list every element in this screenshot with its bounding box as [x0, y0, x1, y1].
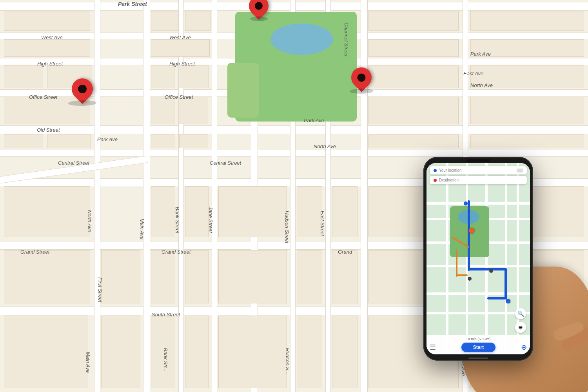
block-16: [179, 134, 208, 148]
block-46: [332, 250, 358, 303]
home-indicator: [468, 358, 488, 359]
route-segment-1: [468, 200, 470, 271]
phone-ui-top: Your location Destination: [426, 163, 530, 187]
location-icon: [517, 169, 523, 172]
block-42: [151, 250, 175, 303]
block-44: [218, 250, 287, 303]
label-grand-m: Grand Street: [162, 249, 191, 255]
park-inner1: [227, 63, 259, 118]
block-21: [368, 65, 459, 88]
destination-dot: [434, 179, 437, 182]
label-bank-btm: Bank Str...: [163, 348, 169, 372]
label-east-ave: East Ave: [463, 71, 483, 76]
label-hudson-v: Hudson Street: [284, 211, 290, 243]
block-11: [151, 65, 174, 88]
block-17: [368, 11, 459, 31]
block-7: [47, 134, 91, 148]
label-main-btm: Main Ave: [85, 352, 91, 373]
map-pin-3: [351, 67, 372, 94]
location-dot: [434, 169, 437, 172]
route-segment-2: [468, 268, 507, 270]
location-bar[interactable]: Your location: [430, 166, 527, 174]
label-channel-v: Channel Street: [343, 23, 349, 57]
label-old-street: Old Street: [37, 127, 60, 133]
block-12: [180, 65, 209, 88]
block-19: [368, 39, 459, 57]
block-3: [4, 65, 43, 88]
label-main-v: Main Ave: [139, 219, 145, 240]
label-east-v: East Street: [319, 211, 325, 236]
street-channel-v: [361, 0, 368, 392]
mini-pin-sm: [468, 277, 472, 281]
block-6: [4, 134, 43, 148]
block-35: [332, 186, 358, 237]
destination-bar[interactable]: Destination: [430, 176, 527, 184]
label-grand-r: Grand: [338, 249, 352, 255]
time-badge: 10 min (5.8 km): [430, 337, 527, 341]
block-41: [101, 250, 140, 303]
block-8: [151, 11, 178, 31]
label-west-ave-l: West Ave: [41, 34, 63, 40]
block-54: [218, 316, 287, 388]
block-31: [151, 186, 175, 237]
label-first-v: First Street: [97, 278, 103, 303]
block-24: [470, 97, 584, 124]
street-janest-v: [212, 0, 217, 392]
label-hudson-btm: Hudson S...: [285, 348, 290, 375]
label-office-l: Office Street: [29, 94, 57, 100]
block-14: [179, 97, 208, 124]
block-9: [185, 11, 211, 31]
block-25: [368, 134, 459, 148]
phone-container: 🔍 ⊕ Your location Destination: [416, 149, 564, 384]
block-13: [151, 97, 174, 124]
phone-body: 🔍 ⊕ Your location Destination: [423, 157, 533, 361]
block-2: [4, 39, 90, 57]
alt-route-3: [456, 274, 468, 276]
mini-map: 🔍 ⊕ Your location Destination: [426, 163, 530, 354]
block-33: [218, 186, 287, 237]
street-mainave2-v: [94, 0, 100, 392]
mini-pin-top: [464, 201, 468, 205]
street-bankst-v: [178, 0, 184, 392]
route-segment-3: [505, 268, 507, 299]
phone-ui-bottom: 10 min (5.8 km) ☰ Start ⊕: [426, 335, 530, 354]
label-high-street-l: High Street: [37, 61, 63, 67]
block-1: [4, 11, 90, 31]
label-park-ave-l: Park Ave: [97, 136, 118, 142]
block-26: [470, 134, 584, 148]
block-45: [297, 250, 322, 303]
block-32: [185, 186, 209, 237]
block-18: [470, 11, 584, 31]
label-bank-v: Bank Street: [174, 207, 180, 234]
block-23: [368, 97, 459, 124]
menu-icon[interactable]: ☰: [430, 343, 436, 352]
navigate-icon[interactable]: ⊕: [521, 343, 527, 352]
label-west-ave-r: West Ave: [169, 34, 191, 40]
block-34: [297, 186, 322, 237]
map-pin-2: [72, 78, 93, 106]
block-30: [4, 186, 90, 237]
start-button[interactable]: Start: [461, 343, 495, 352]
mini-pin-blue: [506, 299, 510, 303]
phone-camera: [466, 159, 490, 162]
label-jane-v: Jane Street: [208, 207, 214, 233]
mini-locate-icon[interactable]: ⊕: [515, 322, 526, 333]
block-50: [4, 316, 88, 388]
label-central-l: Central Street: [58, 160, 89, 166]
block-10: [151, 39, 210, 57]
route-segment-4: [487, 297, 507, 299]
park-water: [270, 24, 333, 55]
label-park-ave-r: Park Ave: [470, 51, 491, 57]
label-north-ave-rr: North Ave: [470, 82, 493, 88]
block-15: [151, 134, 175, 148]
mini-search-icon[interactable]: 🔍: [515, 308, 526, 319]
label-north-ave-r: North Ave: [314, 143, 336, 149]
block-55: [297, 316, 322, 388]
label-park-ave-m: Park Ave: [304, 118, 324, 123]
map-pin-1: [249, 0, 269, 21]
block-56: [332, 316, 358, 388]
label-south: South Street: [152, 312, 180, 318]
block-53: [185, 316, 209, 388]
label-grand-l: Grand Street: [20, 249, 49, 255]
label-park-street: Park Street: [118, 1, 147, 7]
